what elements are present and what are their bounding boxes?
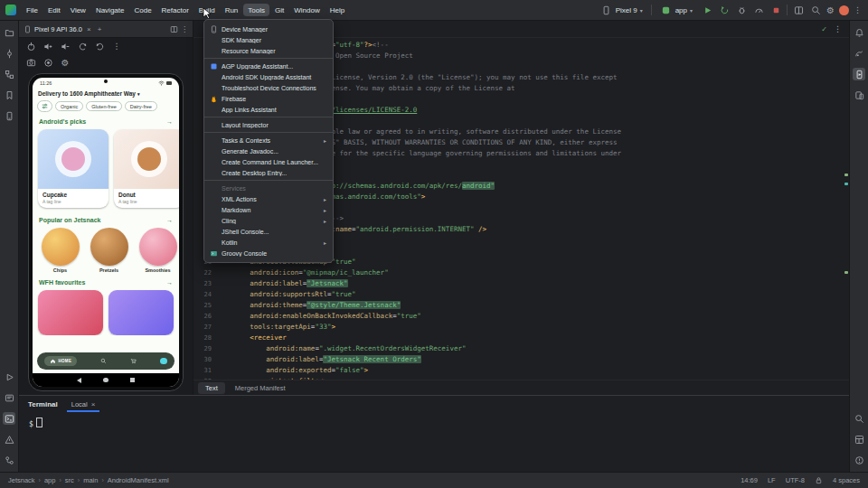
bookmarks-icon[interactable] (3, 89, 15, 101)
kebab-menu-icon[interactable]: ⋮ (111, 41, 122, 52)
commit-icon[interactable] (3, 47, 15, 60)
assistant-icon[interactable] (853, 454, 865, 466)
stop-button[interactable] (769, 4, 782, 16)
terminal-tool-icon[interactable] (3, 412, 15, 425)
user-avatar[interactable] (839, 5, 849, 15)
nav-cart-button[interactable] (130, 358, 137, 364)
indent-setting[interactable]: 4 spaces (833, 476, 860, 484)
tools-menu-item-cling[interactable]: Cling▸ (204, 215, 333, 226)
breadcrumb-item-src[interactable]: src (65, 476, 74, 484)
menubar-item-git[interactable]: Git (270, 4, 288, 16)
split-icon[interactable] (170, 25, 178, 33)
power-icon[interactable] (25, 41, 36, 52)
nav-search-button[interactable] (100, 358, 107, 364)
wfh-card[interactable] (38, 290, 103, 335)
menubar-item-refactor[interactable]: Refactor (157, 4, 193, 16)
run-config-selector[interactable]: app ▾ (656, 2, 696, 18)
terminal-tab-local[interactable]: Local × (67, 398, 100, 412)
menubar-item-navigate[interactable]: Navigate (91, 4, 129, 16)
structure-icon[interactable] (3, 68, 15, 80)
tools-menu-item-jshell-console[interactable]: JShell Console... (204, 226, 333, 237)
breadcrumb-item-jetsnack[interactable]: Jetsnack (8, 476, 35, 484)
breadcrumb-item-main[interactable]: main (83, 476, 98, 484)
tools-menu-item-app-links-assistant[interactable]: App Links Assistant (204, 104, 333, 115)
breadcrumb-item-androidmanifest-xml[interactable]: AndroidManifest.xml (108, 476, 169, 484)
layout-inspector-icon[interactable] (853, 433, 865, 446)
notifications-icon[interactable] (853, 26, 865, 39)
tools-menu-item-generate-javadoc[interactable]: Generate Javadoc... (204, 145, 333, 156)
code-line[interactable]: 24 android:supportsRtl="true" (193, 289, 849, 300)
emulator-settings-gear-icon[interactable]: ⚙ (60, 57, 71, 68)
device-mirroring-icon[interactable] (792, 4, 805, 16)
gradle-icon[interactable] (853, 47, 865, 60)
menubar-item-window[interactable]: Window (289, 4, 324, 16)
run-tool-icon[interactable] (3, 371, 15, 383)
apply-changes-button[interactable] (718, 4, 731, 16)
nav-home-button[interactable]: HOME (44, 356, 77, 366)
tools-menu-item-create-desktop-entry[interactable]: Create Desktop Entry... (204, 167, 333, 178)
popular-snack-chips[interactable]: Chips (40, 228, 80, 273)
android-home-button[interactable] (103, 378, 108, 383)
rotate-left-icon[interactable] (77, 41, 88, 52)
emulator-screen[interactable]: 11:26 Delivery to 1600 Amphitheater Way … (33, 78, 179, 387)
popular-snack-smoothies[interactable]: Smoothies (137, 228, 178, 273)
cursor-position[interactable]: 14:69 (741, 476, 758, 484)
kebab-menu-icon[interactable]: ⋮ (181, 25, 188, 33)
delivery-address-selector[interactable]: Delivery to 1600 Amphitheater Way ▾ (33, 86, 179, 98)
snack-card-cupcake[interactable]: CupcakeA tag line (38, 129, 108, 208)
tools-menu-item-kotlin[interactable]: Kotlin▸ (204, 237, 333, 248)
search-icon[interactable] (809, 4, 822, 16)
code-line[interactable]: 23 android:label="Jetsnack" (193, 278, 849, 289)
menubar-item-code[interactable]: Code (129, 4, 156, 16)
app-inspection-icon[interactable] (853, 412, 865, 425)
tools-menu-item-device-manager[interactable]: Device Manager (204, 23, 333, 34)
menubar-item-file[interactable]: File (22, 4, 42, 16)
tools-menu-item-groovy-console[interactable]: Groovy Console (204, 248, 333, 258)
menubar-item-view[interactable]: View (66, 4, 90, 16)
android-back-button[interactable] (77, 378, 81, 383)
inspections-widget-check-icon[interactable]: ✓ (821, 25, 827, 33)
line-ending[interactable]: LF (768, 476, 776, 484)
tools-menu-item-services[interactable]: Services (204, 183, 333, 193)
manifest-tab-text[interactable]: Text (198, 382, 225, 394)
run-button[interactable] (701, 4, 713, 16)
menubar-item-help[interactable]: Help (326, 4, 349, 16)
volume-up-icon[interactable] (42, 41, 53, 52)
running-devices-icon[interactable] (853, 68, 865, 80)
wfh-card[interactable] (108, 290, 174, 335)
kebab-menu-icon[interactable]: ⋮ (854, 5, 862, 14)
filters-chip[interactable] (37, 100, 52, 112)
code-line[interactable]: 26 android:enableOnBackInvokedCallback="… (193, 311, 849, 322)
debug-button[interactable] (735, 4, 748, 16)
tools-menu-item-resource-manager[interactable]: Resource Manager (204, 45, 333, 56)
terminal-output[interactable]: $ (19, 413, 849, 472)
android-recents-button[interactable] (130, 378, 135, 382)
code-line[interactable]: 31 android:exported="false"> (193, 365, 849, 376)
arrow-forward-icon[interactable]: → (166, 217, 173, 223)
tools-menu-item-android-sdk-upgrade-assistant[interactable]: Android SDK Upgrade Assistant (204, 71, 333, 82)
tools-menu-item-create-command-line-launcher[interactable]: Create Command Line Launcher... (204, 156, 333, 167)
tools-menu-item-markdown[interactable]: Markdown▸ (204, 204, 333, 215)
code-line[interactable]: 30 android:label="Jetsnack Recent Orders… (193, 354, 849, 365)
screenshot-icon[interactable] (25, 57, 36, 68)
code-line[interactable]: 29 android:name=".widget.RecentOrdersWid… (193, 343, 849, 354)
readonly-lock-icon[interactable] (815, 476, 823, 484)
filter-chip-gluten-free[interactable]: Gluten-free (86, 101, 122, 111)
filter-chip-dairy-free[interactable]: Dairy-free (125, 101, 157, 111)
editor-scrollbar[interactable] (843, 38, 849, 380)
code-line[interactable]: 28 <receiver (193, 333, 849, 343)
nav-profile-button[interactable] (160, 358, 167, 365)
close-icon[interactable]: × (91, 400, 96, 408)
arrow-forward-icon[interactable]: → (166, 118, 173, 125)
tools-menu-item-sdk-manager[interactable]: SDK Manager (204, 34, 333, 45)
tools-menu-item-firebase[interactable]: Firebase (204, 93, 333, 104)
snack-card-donut[interactable]: DonutA tag line (114, 129, 179, 208)
code-line[interactable]: 27 tools:targetApi="33"> (193, 322, 849, 333)
menubar-item-edit[interactable]: Edit (43, 4, 65, 16)
manifest-tab-merged-manifest[interactable]: Merged Manifest (228, 382, 293, 394)
code-line[interactable]: 22 android:icon="@mipmap/ic_launcher" (193, 267, 849, 278)
add-device-icon[interactable]: + (96, 25, 104, 33)
menubar-item-run[interactable]: Run (221, 4, 243, 16)
menubar-item-tools[interactable]: Tools (243, 4, 269, 16)
menubar-item-build[interactable]: Build (194, 4, 220, 16)
